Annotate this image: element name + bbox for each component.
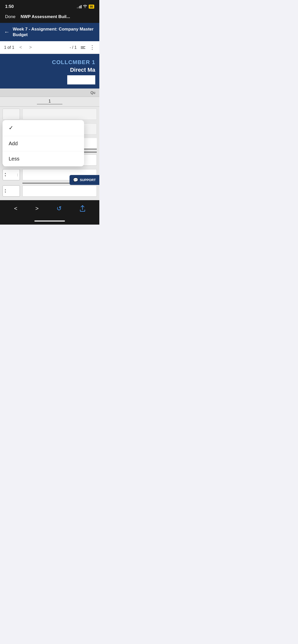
browser-forward-icon: > xyxy=(35,205,39,212)
dropdown-less-item[interactable]: Less xyxy=(3,151,84,166)
reload-icon: ↺ xyxy=(57,205,62,212)
wifi-icon xyxy=(83,5,87,9)
table-data-row: 1 xyxy=(0,97,99,107)
input-row-4: ▲ ▼ xyxy=(3,184,97,198)
stepper-arrows-4: ▲ ▼ xyxy=(4,189,6,193)
signal-icon xyxy=(77,5,82,8)
assignment-title: Week 7 - Assignment: Company Master Budg… xyxy=(13,26,95,38)
browser-forward-button[interactable]: > xyxy=(35,205,39,212)
dropdown-check-item[interactable]: ✓ xyxy=(3,120,84,136)
table-data-cell: 1 xyxy=(37,99,62,104)
outline-button[interactable] xyxy=(80,45,86,50)
input-row-0 xyxy=(3,108,97,121)
support-label: SUPPORT xyxy=(80,178,96,182)
doc-subtitle: Direct Ma xyxy=(4,67,95,73)
status-icons: 98 xyxy=(77,5,94,9)
toolbar: 1 of 1 < > - / 1 ⋮ xyxy=(0,41,99,54)
text-field-4[interactable] xyxy=(22,185,97,197)
table-header-cell: Qu xyxy=(70,91,95,95)
share-icon xyxy=(80,205,85,212)
table-header-row: Qu xyxy=(0,89,99,97)
bottom-nav: < > ↺ xyxy=(0,200,99,218)
arrow-up-icon-4: ▲ xyxy=(4,189,6,191)
stepper-arrows-3: ▲ ▼ xyxy=(4,172,6,177)
support-button[interactable]: 💬 SUPPORT xyxy=(70,175,99,185)
home-bar xyxy=(34,221,65,222)
back-arrow-icon[interactable]: ← xyxy=(4,29,10,35)
arrow-up-icon-3: ▲ xyxy=(4,172,6,174)
done-button[interactable]: Done xyxy=(5,14,16,19)
battery-icon: 98 xyxy=(89,5,94,9)
arrow-down-icon-4: ▼ xyxy=(4,191,6,193)
browser-back-icon: < xyxy=(14,205,17,212)
assignment-header: ← Week 7 - Assignment: Company Master Bu… xyxy=(0,23,99,41)
stepper-0[interactable] xyxy=(3,109,20,120)
dropdown-add-item[interactable]: Add xyxy=(3,136,84,151)
arrow-down-icon-3: ▼ xyxy=(4,175,6,177)
dropdown-menu: ✓ Add Less xyxy=(3,120,84,166)
more-options-button[interactable]: ⋮ xyxy=(89,44,95,51)
stepper-4[interactable]: ▲ ▼ xyxy=(3,185,20,197)
home-indicator xyxy=(0,218,99,225)
status-time: 1:50 xyxy=(5,4,14,9)
status-bar: 1:50 98 xyxy=(0,0,99,12)
reload-button[interactable]: ↺ xyxy=(57,205,62,212)
text-field-0[interactable] xyxy=(22,109,97,120)
list-icon xyxy=(81,46,85,49)
college-label: COLLCMBER 1 xyxy=(4,59,95,66)
nav-title: NWP Assessment Buil... xyxy=(21,14,94,19)
document-area: COLLCMBER 1 Direct Ma Qu 1 ▲ ▼ : xyxy=(0,54,99,200)
top-nav: Done NWP Assessment Buil... xyxy=(0,12,99,23)
browser-back-button[interactable]: < xyxy=(14,205,17,212)
doc-header-input[interactable] xyxy=(67,75,95,84)
doc-blue-header: COLLCMBER 1 Direct Ma xyxy=(0,54,99,89)
support-icon: 💬 xyxy=(73,178,78,182)
page-fraction: - / 1 xyxy=(70,45,77,50)
stepper-colon-3: : xyxy=(17,173,18,177)
share-button[interactable] xyxy=(80,205,85,212)
prev-page-button[interactable]: < xyxy=(17,44,24,51)
stepper-3[interactable]: ▲ ▼ : xyxy=(3,169,20,180)
page-info: 1 of 1 xyxy=(4,45,14,50)
next-page-button[interactable]: > xyxy=(27,44,34,51)
